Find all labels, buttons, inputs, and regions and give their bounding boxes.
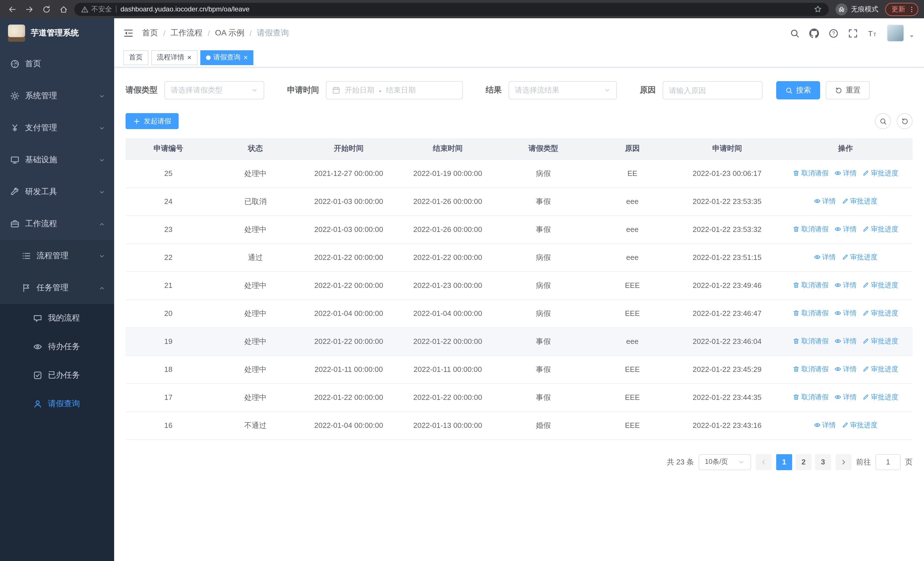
progress-action-button[interactable]: 审批进度 xyxy=(842,420,878,430)
progress-action-button[interactable]: 审批进度 xyxy=(862,364,898,374)
bookmark-star-icon[interactable] xyxy=(814,5,822,13)
progress-action-button[interactable]: 审批进度 xyxy=(862,393,898,402)
table-cell: 2022-01-03 00:00:00 xyxy=(300,215,398,244)
detail-action-button[interactable]: 详情 xyxy=(834,168,856,178)
breadcrumb-item[interactable]: 首页 xyxy=(142,28,158,38)
sidebar-item-home[interactable]: 首页 xyxy=(0,48,114,80)
detail-action-button[interactable]: 详情 xyxy=(814,420,836,430)
detail-action-button[interactable]: 详情 xyxy=(834,281,856,290)
tab-home[interactable]: 首页 xyxy=(123,50,148,65)
url-bar[interactable]: 不安全 dashboard.yudao.iocoder.cn/bpm/oa/le… xyxy=(74,3,829,16)
goto-page-input[interactable] xyxy=(876,454,901,470)
detail-action-button[interactable]: 详情 xyxy=(814,197,836,206)
cancel-action-button[interactable]: 取消请假 xyxy=(793,224,829,234)
leave-type-select[interactable]: 请选择请假类型 xyxy=(164,81,264,99)
reset-button[interactable]: 重置 xyxy=(826,81,870,99)
page-size-select[interactable]: 10条/页 xyxy=(699,454,751,470)
close-icon[interactable]: × xyxy=(243,54,248,61)
progress-action-button[interactable]: 审批进度 xyxy=(862,281,898,290)
action-label: 审批进度 xyxy=(850,420,878,430)
back-icon[interactable] xyxy=(6,3,18,15)
font-size-icon[interactable]: TT xyxy=(867,28,877,38)
breadcrumb-item[interactable]: 工作流程 xyxy=(171,28,202,38)
progress-action-button[interactable]: 审批进度 xyxy=(862,337,898,346)
refresh-table-button[interactable] xyxy=(897,113,913,129)
cancel-action-button[interactable]: 取消请假 xyxy=(793,168,829,178)
sidebar-item-leave-query[interactable]: 请假查询 xyxy=(0,390,114,418)
action-label: 详情 xyxy=(843,168,856,178)
close-icon[interactable]: × xyxy=(187,54,192,61)
tab-leave-query[interactable]: 请假查询× xyxy=(200,50,254,65)
next-page-button[interactable] xyxy=(836,454,852,470)
sidebar-item-system[interactable]: 系统管理 xyxy=(0,80,114,112)
user-avatar[interactable] xyxy=(887,24,904,42)
chevron-down-icon xyxy=(251,87,258,94)
detail-action-button[interactable]: 详情 xyxy=(834,224,856,234)
cancel-action-button[interactable]: 取消请假 xyxy=(793,337,829,346)
cancel-action-button[interactable]: 取消请假 xyxy=(793,281,829,290)
search-icon[interactable] xyxy=(790,28,800,38)
sidebar-item-process-management[interactable]: 流程管理 xyxy=(0,240,114,272)
page-2-button[interactable]: 2 xyxy=(796,454,812,470)
reload-icon[interactable] xyxy=(40,3,52,15)
prev-page-button[interactable] xyxy=(756,454,772,470)
cancel-action-button[interactable]: 取消请假 xyxy=(793,308,829,318)
sidebar-item-task-management[interactable]: 任务管理 xyxy=(0,272,114,304)
sidebar-collapse-icon[interactable] xyxy=(123,28,134,38)
progress-action-button[interactable]: 审批进度 xyxy=(842,197,878,206)
forward-icon[interactable] xyxy=(23,3,35,15)
page-1-button[interactable]: 1 xyxy=(776,454,792,470)
detail-action-button[interactable]: 详情 xyxy=(834,364,856,374)
progress-action-button[interactable]: 审批进度 xyxy=(862,224,898,234)
apply-time-range-picker[interactable]: 开始日期 - 结束日期 xyxy=(326,81,463,99)
home-icon[interactable] xyxy=(57,3,70,15)
view-icon xyxy=(814,198,820,205)
app-logo[interactable]: 芋道管理系统 xyxy=(0,18,114,48)
table-cell: 2022-01-03 00:00:00 xyxy=(300,187,398,215)
edit-icon xyxy=(862,338,869,345)
breadcrumb-item[interactable]: OA 示例 xyxy=(215,28,244,38)
table-cell: 已取消 xyxy=(211,187,300,215)
create-leave-button[interactable]: 发起请假 xyxy=(126,113,178,129)
sidebar-item-todo-tasks[interactable]: 待办任务 xyxy=(0,332,114,361)
sidebar-item-payment[interactable]: 支付管理 xyxy=(0,112,114,144)
result-select[interactable]: 请选择流结果 xyxy=(508,81,617,99)
view-icon xyxy=(834,394,841,401)
fullscreen-icon[interactable] xyxy=(848,28,858,38)
browser-menu-icon[interactable] xyxy=(908,5,915,13)
detail-action-button[interactable]: 详情 xyxy=(834,337,856,346)
security-warning[interactable]: 不安全 xyxy=(81,4,112,14)
tab-process-detail[interactable]: 流程详情× xyxy=(151,50,197,65)
progress-action-button[interactable]: 审批进度 xyxy=(842,253,878,262)
detail-action-button[interactable]: 详情 xyxy=(814,253,836,262)
user-caret-icon[interactable] xyxy=(909,33,915,42)
toggle-search-button[interactable] xyxy=(875,113,891,129)
sidebar-item-infrastructure[interactable]: 基础设施 xyxy=(0,144,114,176)
page-3-button[interactable]: 3 xyxy=(815,454,831,470)
table-cell: 2022-01-22 23:46:47 xyxy=(676,299,778,327)
sidebar-item-workflow[interactable]: 工作流程 xyxy=(0,208,114,240)
progress-action-button[interactable]: 审批进度 xyxy=(862,168,898,178)
help-icon[interactable]: ? xyxy=(829,28,838,38)
cancel-action-button[interactable]: 取消请假 xyxy=(793,393,829,402)
table-cell: EEE xyxy=(589,384,676,411)
table-cell: 2022-01-22 00:00:00 xyxy=(300,384,398,411)
sidebar-item-done-tasks[interactable]: 已办任务 xyxy=(0,361,114,390)
table-cell: 2022-01-22 23:45:29 xyxy=(676,355,778,384)
search-button[interactable]: 搜索 xyxy=(776,81,820,99)
sidebar-item-my-process[interactable]: 我的流程 xyxy=(0,304,114,332)
reason-input[interactable] xyxy=(663,81,762,99)
table-cell: EE xyxy=(589,159,676,187)
github-icon[interactable] xyxy=(809,28,819,38)
update-button[interactable]: 更新 xyxy=(885,3,918,16)
table-cell: 2022-01-26 00:00:00 xyxy=(398,215,498,244)
sidebar-item-label: 研发工具 xyxy=(25,187,57,197)
detail-action-button[interactable]: 详情 xyxy=(834,308,856,318)
table-cell: 16 xyxy=(126,411,211,439)
sidebar-item-devtools[interactable]: 研发工具 xyxy=(0,176,114,208)
cancel-action-button[interactable]: 取消请假 xyxy=(793,364,829,374)
user-icon xyxy=(33,399,42,409)
action-label: 取消请假 xyxy=(801,393,829,402)
progress-action-button[interactable]: 审批进度 xyxy=(862,308,898,318)
detail-action-button[interactable]: 详情 xyxy=(834,393,856,402)
